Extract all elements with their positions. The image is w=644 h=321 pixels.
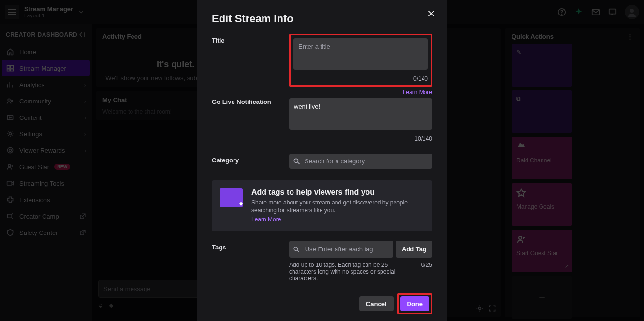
search-icon (293, 246, 300, 253)
tags-banner-icon (220, 188, 243, 207)
tags-input[interactable] (300, 241, 389, 258)
title-label: Title (212, 34, 279, 44)
svg-point-23 (294, 247, 297, 250)
edit-stream-modal: Edit Stream Info Title 0/140 Go Live Not… (197, 0, 447, 321)
golive-counter: 10/140 (289, 135, 432, 142)
tags-help-text: Add up to 10 tags. Each tag can be 25 ch… (289, 262, 405, 282)
category-label: Category (212, 154, 279, 164)
search-icon (293, 158, 301, 165)
done-button[interactable]: Done (400, 296, 430, 311)
svg-point-22 (294, 159, 298, 162)
tags-banner-link[interactable]: Learn More (251, 216, 281, 223)
modal-title: Edit Stream Info (212, 13, 432, 25)
tags-counter: 0/25 (421, 262, 432, 282)
title-input[interactable] (293, 38, 428, 70)
golive-label: Go Live Notification (212, 98, 271, 105)
tags-banner: Add tags to help viewers find you Share … (212, 180, 432, 231)
learn-more-link[interactable]: Learn More (403, 89, 432, 96)
category-input[interactable] (304, 154, 428, 169)
add-tag-button[interactable]: Add Tag (396, 241, 432, 258)
tags-banner-title: Add tags to help viewers find you (251, 188, 424, 197)
cancel-button[interactable]: Cancel (359, 296, 394, 311)
tags-label: Tags (212, 241, 279, 251)
golive-input[interactable] (289, 98, 432, 130)
title-counter: 0/140 (293, 75, 428, 82)
tags-banner-desc: Share more about your stream and get dis… (251, 199, 424, 214)
close-icon[interactable] (425, 8, 437, 19)
